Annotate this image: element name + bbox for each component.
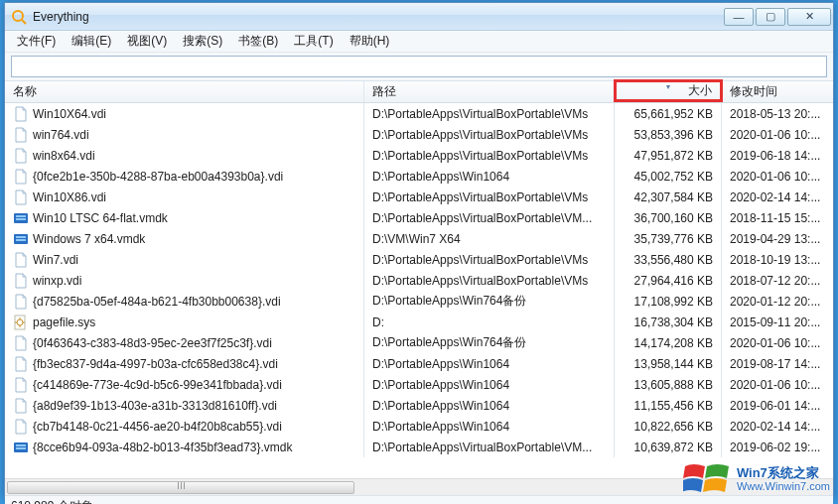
cell-path: D:\PortableApps\VirtualBoxPortable\VM... xyxy=(364,207,615,228)
header-date[interactable]: 修改时间 xyxy=(722,81,833,102)
search-input[interactable] xyxy=(11,56,827,77)
cell-size: 14,174,208 KB xyxy=(615,332,722,353)
cell-name: win8x64.vdi xyxy=(5,145,364,166)
cell-name: Win10X64.vdi xyxy=(5,103,364,124)
cell-date: 2018-07-12 20:... xyxy=(722,270,833,291)
cell-date: 2019-06-02 19:... xyxy=(722,437,833,457)
cell-date: 2018-05-13 20:... xyxy=(722,103,833,124)
search-row xyxy=(5,53,833,81)
table-row[interactable]: {0fce2b1e-350b-4288-87ba-eb00a4393b0a}.v… xyxy=(5,166,833,187)
cell-name: pagefile.sys xyxy=(5,312,364,332)
cell-date: 2020-01-06 10:... xyxy=(722,166,833,187)
svg-rect-3 xyxy=(16,215,26,217)
cell-path: D:\PortableApps\Win1064 xyxy=(364,416,615,437)
object-count: 610,989 个对象 xyxy=(11,499,93,504)
table-row[interactable]: Win10 LTSC 64-flat.vmdkD:\PortableApps\V… xyxy=(5,207,833,228)
cell-path: D:\PortableApps\Win1064 xyxy=(364,395,615,416)
menu-item[interactable]: 工具(T) xyxy=(286,31,341,52)
cell-size: 10,822,656 KB xyxy=(615,416,722,437)
svg-rect-7 xyxy=(16,239,26,241)
cell-path: D:\PortableApps\Win764备份 xyxy=(364,332,615,353)
table-row[interactable]: winxp.vdiD:\PortableApps\VirtualBoxPorta… xyxy=(5,270,833,291)
cell-path: D:\PortableApps\VirtualBoxPortable\VMs xyxy=(364,103,615,124)
titlebar[interactable]: Everything — ▢ ✕ xyxy=(5,3,833,31)
svg-rect-4 xyxy=(16,218,26,220)
table-row[interactable]: {a8d9ef39-1b13-403e-a31b-3313d81610ff}.v… xyxy=(5,395,833,416)
menubar: 文件(F)编辑(E)视图(V)搜索(S)书签(B)工具(T)帮助(H) xyxy=(5,31,833,53)
table-row[interactable]: pagefile.sysD:16,738,304 KB2015-09-11 20… xyxy=(5,312,833,332)
cell-date: 2018-11-15 15:... xyxy=(722,207,833,228)
cell-name: {c414869e-773e-4c9d-b5c6-99e341fbbada}.v… xyxy=(5,374,364,395)
close-button[interactable]: ✕ xyxy=(787,8,831,26)
table-row[interactable]: Win7.vdiD:\PortableApps\VirtualBoxPortab… xyxy=(5,249,833,270)
cell-size: 53,853,396 KB xyxy=(615,124,722,145)
cell-name: {0f463643-c383-48d3-95ec-2ee3f7f25c3f}.v… xyxy=(5,332,364,353)
table-row[interactable]: Windows 7 x64.vmdkD:\VM\Win7 X6435,739,7… xyxy=(5,228,833,249)
statusbar: 610,989 个对象 xyxy=(5,495,833,504)
scrollbar-thumb[interactable] xyxy=(7,481,354,494)
menu-item[interactable]: 帮助(H) xyxy=(342,31,398,52)
menu-item[interactable]: 书签(B) xyxy=(230,31,286,52)
cell-date: 2018-10-19 13:... xyxy=(722,249,833,270)
cell-size: 36,700,160 KB xyxy=(615,207,722,228)
cell-path: D:\PortableApps\VirtualBoxPortable\VMs xyxy=(364,124,615,145)
cell-size: 10,639,872 KB xyxy=(615,437,722,457)
cell-name: {d75825ba-05ef-484a-b621-4fb30bb00638}.v… xyxy=(5,291,364,312)
table-row[interactable]: win8x64.vdiD:\PortableApps\VirtualBoxPor… xyxy=(5,145,833,166)
cell-path: D:\PortableApps\Win1064 xyxy=(364,166,615,187)
window-controls: — ▢ ✕ xyxy=(724,8,831,26)
table-row[interactable]: {0f463643-c383-48d3-95ec-2ee3f7f25c3f}.v… xyxy=(5,332,833,353)
header-path[interactable]: 路径 xyxy=(364,81,615,102)
table-row[interactable]: {fb3ec837-9d4a-4997-b03a-cfc658ed38c4}.v… xyxy=(5,353,833,374)
menu-item[interactable]: 编辑(E) xyxy=(64,31,119,52)
svg-rect-12 xyxy=(16,447,26,449)
cell-size: 13,605,888 KB xyxy=(615,374,722,395)
cell-name: Win10 LTSC 64-flat.vmdk xyxy=(5,207,364,228)
maximize-button[interactable]: ▢ xyxy=(756,8,785,26)
cell-path: D:\PortableApps\Win1064 xyxy=(364,374,615,395)
cell-name: {fb3ec837-9d4a-4997-b03a-cfc658ed38c4}.v… xyxy=(5,353,364,374)
cell-size: 16,738,304 KB xyxy=(615,312,722,332)
table-row[interactable]: win764.vdiD:\PortableApps\VirtualBoxPort… xyxy=(5,124,833,145)
window-title: Everything xyxy=(33,10,724,24)
menu-item[interactable]: 搜索(S) xyxy=(175,31,230,52)
minimize-button[interactable]: — xyxy=(724,8,754,26)
cell-path: D:\PortableApps\VirtualBoxPortable\VMs xyxy=(364,187,615,207)
table-row[interactable]: {c414869e-773e-4c9d-b5c6-99e341fbbada}.v… xyxy=(5,374,833,395)
table-row[interactable]: {cb7b4148-0c21-4456-ae20-b4f20b8cab55}.v… xyxy=(5,416,833,437)
cell-size: 17,108,992 KB xyxy=(615,291,722,312)
cell-size: 11,155,456 KB xyxy=(615,395,722,416)
header-name[interactable]: 名称 xyxy=(5,81,364,102)
cell-path: D:\VM\Win7 X64 xyxy=(364,228,615,249)
cell-date: 2019-06-18 14:... xyxy=(722,145,833,166)
menu-item[interactable]: 视图(V) xyxy=(119,31,175,52)
table-row[interactable]: {d75825ba-05ef-484a-b621-4fb30bb00638}.v… xyxy=(5,291,833,312)
cell-size: 45,002,752 KB xyxy=(615,166,722,187)
cell-path: D:\PortableApps\VirtualBoxPortable\VMs xyxy=(364,249,615,270)
cell-size: 47,951,872 KB xyxy=(615,145,722,166)
cell-date: 2019-08-17 14:... xyxy=(722,353,833,374)
cell-name: {0fce2b1e-350b-4288-87ba-eb00a4393b0a}.v… xyxy=(5,166,364,187)
app-icon xyxy=(11,9,27,25)
table-row[interactable]: Win10X86.vdiD:\PortableApps\VirtualBoxPo… xyxy=(5,187,833,207)
column-headers: 名称 路径 ▾ 大小 修改时间 xyxy=(5,81,833,103)
cell-name: Win7.vdi xyxy=(5,249,364,270)
cell-size: 35,739,776 KB xyxy=(615,228,722,249)
cell-name: Win10X86.vdi xyxy=(5,187,364,207)
cell-path: D:\PortableApps\VirtualBoxPortable\VMs xyxy=(364,145,615,166)
cell-size: 33,556,480 KB xyxy=(615,249,722,270)
cell-date: 2019-04-29 13:... xyxy=(722,228,833,249)
cell-size: 42,307,584 KB xyxy=(615,187,722,207)
svg-point-0 xyxy=(13,11,23,21)
table-row[interactable]: {8cce6b94-093a-48b2-b013-4f35bf3ead73}.v… xyxy=(5,437,833,457)
cell-date: 2020-01-06 10:... xyxy=(722,124,833,145)
cell-path: D:\PortableApps\VirtualBoxPortable\VMs xyxy=(364,270,615,291)
cell-size: 65,661,952 KB xyxy=(615,103,722,124)
file-list[interactable]: Win10X64.vdiD:\PortableApps\VirtualBoxPo… xyxy=(5,103,833,478)
cell-date: 2020-02-14 14:... xyxy=(722,187,833,207)
menu-item[interactable]: 文件(F) xyxy=(9,31,64,52)
cell-name: {a8d9ef39-1b13-403e-a31b-3313d81610ff}.v… xyxy=(5,395,364,416)
table-row[interactable]: Win10X64.vdiD:\PortableApps\VirtualBoxPo… xyxy=(5,103,833,124)
horizontal-scrollbar[interactable] xyxy=(5,478,833,495)
header-size[interactable]: ▾ 大小 xyxy=(615,80,722,101)
